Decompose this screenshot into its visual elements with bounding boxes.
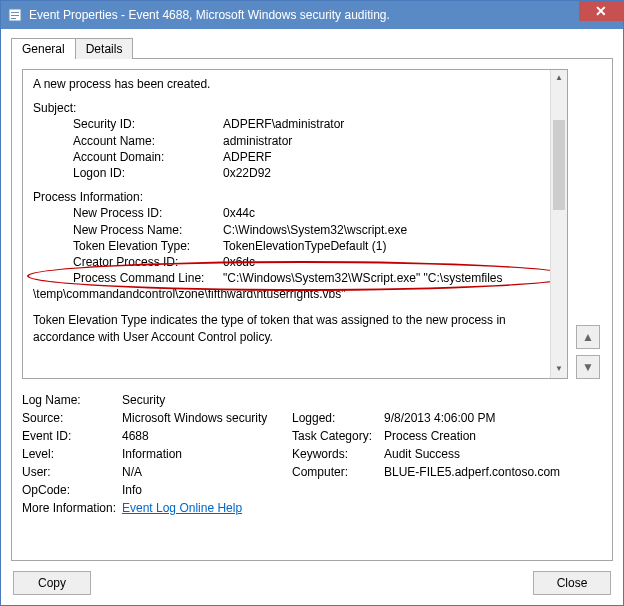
prev-event-button[interactable]: ▲: [576, 325, 600, 349]
computer-value: BLUE-FILE5.adperf.contoso.com: [384, 465, 560, 479]
creator-pid-value: 0x6dc: [223, 254, 561, 270]
source-label: Source:: [22, 411, 122, 425]
new-pid-label: New Process ID:: [73, 205, 223, 221]
content-area: General Details A new process has been c…: [1, 29, 623, 605]
security-id-label: Security ID:: [73, 116, 223, 132]
logon-id-label: Logon ID:: [73, 165, 223, 181]
scroll-thumb[interactable]: [553, 120, 565, 210]
tab-strip: General Details: [11, 38, 613, 59]
new-pname-value: C:\Windows\System32\wscript.exe: [223, 222, 561, 238]
user-label: User:: [22, 465, 122, 479]
vertical-scrollbar[interactable]: ▲ ▼: [550, 70, 567, 378]
close-button[interactable]: Close: [533, 571, 611, 595]
close-window-button[interactable]: ✕: [579, 1, 623, 21]
cmdline-value-2: \temp\commandandcontrol\zone\fifthward\n…: [33, 286, 561, 302]
new-pname-label: New Process Name:: [73, 222, 223, 238]
arrow-down-icon: ▼: [582, 360, 594, 374]
event-metadata: Log Name:Security Source:Microsoft Windo…: [22, 393, 602, 519]
level-label: Level:: [22, 447, 122, 461]
task-cat-label: Task Category:: [292, 429, 384, 443]
scroll-down-icon[interactable]: ▼: [551, 361, 567, 378]
task-cat-value: Process Creation: [384, 429, 476, 443]
footer-text-2: accordance with User Account Control pol…: [33, 329, 561, 345]
logged-value: 9/8/2013 4:06:00 PM: [384, 411, 495, 425]
opcode-label: OpCode:: [22, 483, 122, 497]
opcode-value: Info: [122, 483, 142, 497]
copy-button[interactable]: Copy: [13, 571, 91, 595]
window-title: Event Properties - Event 4688, Microsoft…: [29, 8, 617, 22]
subject-header: Subject:: [33, 100, 561, 116]
tet-label: Token Elevation Type:: [73, 238, 223, 254]
more-info-label: More Information:: [22, 501, 122, 515]
cmdline-value-1: "C:\Windows\System32\WScript.exe" "C:\sy…: [223, 270, 561, 286]
new-pid-value: 0x44c: [223, 205, 561, 221]
heading-text: A new process has been created.: [33, 76, 561, 92]
logged-label: Logged:: [292, 411, 384, 425]
level-value: Information: [122, 447, 182, 461]
next-event-button[interactable]: ▼: [576, 355, 600, 379]
tab-panel-general: A new process has been created. Subject:…: [11, 58, 613, 561]
event-id-label: Event ID:: [22, 429, 122, 443]
tet-value: TokenElevationTypeDefault (1): [223, 238, 561, 254]
titlebar[interactable]: Event Properties - Event 4688, Microsoft…: [1, 1, 623, 29]
dialog-buttons: Copy Close: [11, 571, 613, 595]
account-domain-label: Account Domain:: [73, 149, 223, 165]
record-nav: ▲ ▼: [576, 69, 602, 379]
keywords-value: Audit Success: [384, 447, 460, 461]
event-description-box: A new process has been created. Subject:…: [22, 69, 568, 379]
logon-id-value: 0x22D92: [223, 165, 561, 181]
log-name-value: Security: [122, 393, 165, 407]
tab-general[interactable]: General: [11, 38, 76, 59]
user-value: N/A: [122, 465, 142, 479]
keywords-label: Keywords:: [292, 447, 384, 461]
svg-rect-3: [11, 18, 16, 19]
security-id-value: ADPERF\administrator: [223, 116, 561, 132]
log-name-label: Log Name:: [22, 393, 122, 407]
process-info-header: Process Information:: [33, 189, 561, 205]
event-properties-window: Event Properties - Event 4688, Microsoft…: [0, 0, 624, 606]
svg-rect-2: [11, 15, 19, 16]
account-domain-value: ADPERF: [223, 149, 561, 165]
tab-details[interactable]: Details: [75, 38, 134, 59]
event-log-help-link[interactable]: Event Log Online Help: [122, 501, 242, 515]
cmdline-label: Process Command Line:: [73, 270, 223, 286]
creator-pid-label: Creator Process ID:: [73, 254, 223, 270]
computer-label: Computer:: [292, 465, 384, 479]
source-value: Microsoft Windows security: [122, 411, 267, 425]
scroll-up-icon[interactable]: ▲: [551, 70, 567, 87]
footer-text-1: Token Elevation Type indicates the type …: [33, 312, 561, 328]
account-name-label: Account Name:: [73, 133, 223, 149]
arrow-up-icon: ▲: [582, 330, 594, 344]
event-icon: [7, 7, 23, 23]
close-icon: ✕: [595, 3, 607, 19]
event-id-value: 4688: [122, 429, 149, 443]
svg-rect-1: [11, 12, 19, 13]
account-name-value: administrator: [223, 133, 561, 149]
